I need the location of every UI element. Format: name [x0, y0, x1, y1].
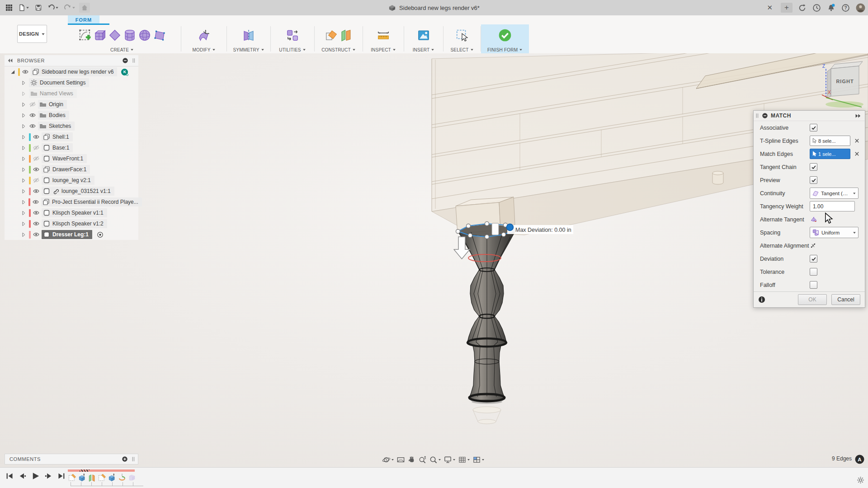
color-swatch-bar[interactable] — [28, 198, 30, 206]
browser-item-klispch-speaker-v1-1[interactable]: Klispch Speaker v1:1 — [5, 207, 138, 218]
redo-icon[interactable] — [62, 3, 77, 13]
comments-grip-icon[interactable] — [132, 456, 135, 462]
orbit-icon[interactable] — [382, 455, 394, 464]
finish-form-button[interactable]: FINISH FORM — [481, 24, 529, 53]
alternate-alignment-button[interactable] — [810, 242, 816, 249]
undo-icon[interactable] — [46, 3, 61, 13]
ribbon-menu-utilities[interactable]: UTILITIES — [279, 46, 306, 53]
visibility-off-icon[interactable] — [33, 144, 40, 151]
color-swatch-bar[interactable] — [29, 166, 31, 174]
visibility-on-icon[interactable] — [29, 112, 36, 119]
spacing-dropdown[interactable]: Uniform — [810, 227, 859, 238]
timeline-marker-bar[interactable] — [68, 469, 135, 472]
preview-checkbox[interactable] — [810, 176, 817, 184]
ok-button[interactable]: OK — [798, 294, 827, 305]
ribbon-menu-inspect[interactable]: INSPECT — [371, 46, 396, 53]
look-at-icon[interactable] — [396, 455, 405, 464]
falloff-checkbox[interactable] — [810, 281, 817, 289]
expand-arrow-icon[interactable] — [21, 167, 27, 173]
fit-icon[interactable] — [429, 455, 441, 464]
expand-arrow-icon[interactable] — [21, 199, 27, 205]
match-edges-selection-button[interactable]: 1 sele... — [810, 149, 850, 159]
cylinder-icon[interactable] — [123, 28, 137, 42]
color-swatch-bar[interactable] — [29, 133, 31, 141]
viewports-icon[interactable] — [472, 455, 485, 464]
collapse-arrow-icon[interactable] — [10, 69, 16, 75]
browser-item-lounge-031521-v1-1[interactable]: lounge_031521 v1:1 — [5, 186, 138, 197]
ribbon-menu-select[interactable]: SELECT — [450, 46, 473, 53]
timeline-extrude-2[interactable] — [108, 473, 117, 482]
visibility-on-icon[interactable] — [33, 209, 40, 216]
timeline-form-1[interactable] — [127, 473, 137, 482]
preferences-gear-icon[interactable] — [857, 476, 864, 484]
tolerance-checkbox[interactable] — [810, 268, 817, 276]
color-swatch-bar[interactable] — [29, 188, 31, 195]
tab-form[interactable]: FORM — [68, 15, 99, 24]
visibility-on-icon[interactable] — [33, 166, 40, 173]
expand-arrow-icon[interactable] — [21, 232, 27, 238]
go-to-start-button[interactable] — [5, 472, 14, 480]
timeline-sketch-1[interactable] — [68, 473, 77, 482]
visibility-on-icon[interactable] — [32, 198, 39, 206]
expand-arrow-icon[interactable] — [21, 221, 27, 227]
expand-arrow-icon[interactable] — [21, 145, 27, 151]
color-swatch-bar[interactable] — [29, 231, 31, 239]
browser-item-base-1[interactable]: Base:1 — [5, 142, 138, 153]
close-tab-icon[interactable]: ✕ — [764, 4, 775, 12]
zoom-icon[interactable] — [418, 455, 427, 464]
recent-data-icon[interactable] — [812, 4, 821, 12]
display-settings-icon[interactable] — [443, 455, 456, 464]
go-to-end-button[interactable] — [57, 472, 66, 480]
convert-icon[interactable] — [286, 28, 299, 42]
ribbon-menu-construct[interactable]: CONSTRUCT — [321, 46, 356, 53]
offset-plane-icon[interactable] — [340, 28, 353, 42]
app-grid-icon[interactable] — [4, 3, 14, 13]
visibility-on-icon[interactable] — [33, 133, 40, 141]
grid-settings-icon[interactable] — [458, 455, 470, 464]
expand-arrow-icon[interactable] — [21, 102, 27, 108]
visibility-off-icon[interactable] — [33, 177, 40, 184]
tangency-weight-input[interactable]: 1.00 — [810, 201, 855, 211]
timeline-sketch-2[interactable] — [98, 473, 107, 482]
color-swatch-bar[interactable] — [29, 155, 31, 163]
color-swatch-bar[interactable] — [29, 220, 31, 228]
insert-image-icon[interactable] — [417, 28, 430, 42]
notifications-icon[interactable] — [827, 4, 835, 12]
step-back-button[interactable] — [18, 472, 27, 480]
alternate-tangent-button[interactable] — [810, 216, 817, 223]
step-forward-button[interactable] — [44, 472, 53, 480]
deviation-checkbox[interactable] — [810, 255, 817, 263]
browser-collapse-icon[interactable] — [7, 58, 14, 63]
expand-arrow-icon[interactable] — [21, 210, 27, 216]
tangent-chain-checkbox[interactable] — [810, 163, 817, 171]
browser-item-pro-ject-essential-ii-record-playe[interactable]: Pro-Ject Essential ii Record Playe... — [5, 197, 138, 207]
browser-grip-icon[interactable] — [132, 57, 136, 64]
save-icon[interactable] — [33, 3, 44, 13]
browser-item-origin[interactable]: Origin — [5, 99, 138, 110]
dialog-dock-icon[interactable] — [854, 113, 861, 119]
expand-arrow-icon[interactable] — [21, 156, 27, 162]
browser-item-drawerface-1[interactable]: DrawerFace:1 — [5, 164, 138, 175]
timeline-revolve-1[interactable] — [118, 473, 127, 482]
job-status-icon[interactable] — [798, 4, 807, 12]
autodesk-assistant-button[interactable]: A — [855, 455, 864, 464]
pan-icon[interactable] — [407, 455, 416, 464]
select-cursor-icon[interactable] — [455, 28, 469, 42]
dialog-grip-icon[interactable] — [755, 113, 759, 119]
profile-avatar[interactable] — [856, 3, 865, 13]
expand-arrow-icon[interactable] — [21, 188, 27, 194]
color-swatch-bar[interactable] — [29, 209, 31, 217]
expand-arrow-icon[interactable] — [21, 123, 27, 129]
continuity-dropdown[interactable]: Tangent (G... — [810, 188, 859, 199]
visibility-on-icon[interactable] — [22, 68, 29, 75]
edit-form-icon[interactable] — [197, 28, 211, 42]
dialog-minimize-icon[interactable] — [762, 113, 768, 119]
visibility-on-icon[interactable] — [33, 188, 40, 195]
browser-item-sketches[interactable]: Sketches — [5, 121, 138, 131]
browser-item-lounge-leg-v2-1[interactable]: lounge_leg v2:1 — [5, 175, 138, 186]
visibility-off-icon[interactable] — [33, 155, 40, 162]
expand-arrow-icon[interactable] — [21, 178, 27, 183]
timeline-mirror-1[interactable] — [88, 473, 97, 482]
browser-item-wavefront-1[interactable]: WaveFront:1 — [5, 153, 138, 164]
new-form-icon[interactable] — [78, 28, 92, 42]
